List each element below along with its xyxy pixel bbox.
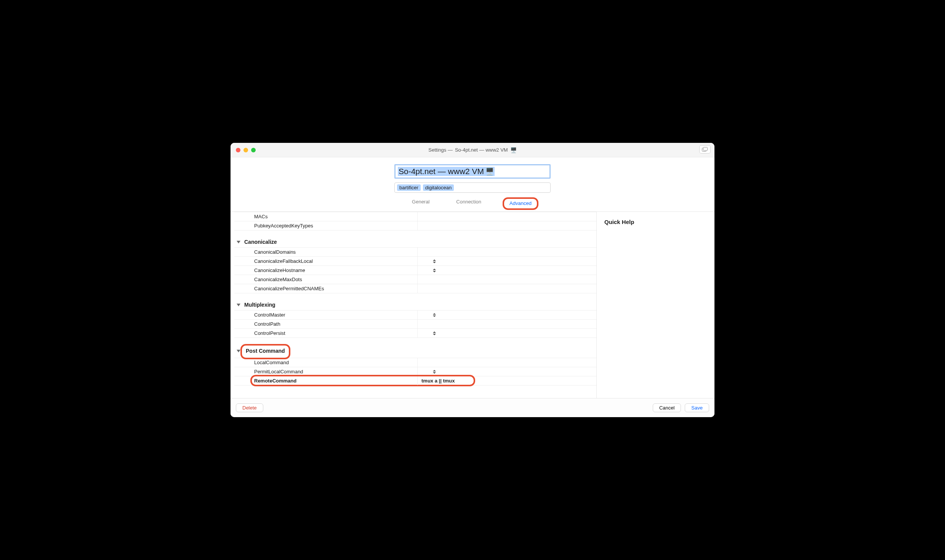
section-post-command: Post Command LocalCommand PermitLocalCom… xyxy=(234,346,596,386)
row-val[interactable] xyxy=(417,221,596,230)
save-button[interactable]: Save xyxy=(685,403,709,412)
disclosure-triangle-icon[interactable] xyxy=(237,241,240,243)
row-canonicalizehostname[interactable]: CanonicalizeHostname xyxy=(234,266,596,275)
window-title-prefix: Settings — xyxy=(428,147,453,153)
row-val[interactable] xyxy=(417,212,596,221)
row-val[interactable] xyxy=(417,275,596,284)
row-val[interactable] xyxy=(417,320,596,328)
row-macs[interactable]: MACs xyxy=(234,212,596,221)
svg-rect-1 xyxy=(703,147,708,150)
stepper-icon[interactable] xyxy=(433,312,437,318)
section-title: Canonicalize xyxy=(244,239,277,245)
stepper-icon[interactable] xyxy=(433,369,437,374)
row-val[interactable] xyxy=(417,358,596,367)
row-remotecommand[interactable]: RemoteCommand tmux a || tmux xyxy=(234,376,596,386)
row-key: PubkeyAcceptedKeyTypes xyxy=(234,223,417,229)
row-val[interactable] xyxy=(417,248,596,256)
row-key: RemoteCommand xyxy=(234,378,417,384)
row-canonicalizepermittedcnames[interactable]: CanonicalizePermittedCNAMEs xyxy=(234,284,596,293)
row-controlmaster[interactable]: ControlMaster xyxy=(234,310,596,320)
window-controls xyxy=(236,148,256,152)
window-title: Settings — So-4pt.net — www2 VM 🖥️ xyxy=(231,147,714,153)
profile-name-input[interactable]: So-4pt.net — www2 VM 🖥️ xyxy=(394,164,551,179)
highlight-advanced-tab: Advanced xyxy=(503,197,538,210)
tab-advanced[interactable]: Advanced xyxy=(509,200,532,206)
row-canonicalizefallbacklocal[interactable]: CanonicalizeFallbackLocal xyxy=(234,257,596,266)
row-val[interactable] xyxy=(417,284,596,293)
row-canonicaldomains[interactable]: CanonicalDomains xyxy=(234,248,596,257)
settings-window: Settings — So-4pt.net — www2 VM 🖥️ So-4p… xyxy=(231,143,714,417)
row-controlpath[interactable]: ControlPath xyxy=(234,320,596,329)
row-val[interactable] xyxy=(417,257,596,266)
highlight-post-command: Post Command xyxy=(240,344,290,359)
section-multiplexing: Multiplexing ControlMaster ControlPath C… xyxy=(234,302,596,338)
tab-overview-button[interactable] xyxy=(699,145,711,154)
tag-digitalocean[interactable]: digitalocean xyxy=(423,184,454,191)
disclosure-triangle-icon[interactable] xyxy=(237,350,240,352)
monitor-icon: 🖥️ xyxy=(485,168,494,175)
minimize-window-button[interactable] xyxy=(243,148,248,152)
row-permitlocalcommand[interactable]: PermitLocalCommand xyxy=(234,367,596,376)
tab-connection[interactable]: Connection xyxy=(456,199,481,208)
titlebar: Settings — So-4pt.net — www2 VM 🖥️ xyxy=(231,143,714,157)
zoom-window-button[interactable] xyxy=(251,148,256,152)
quick-help-panel: Quick Help xyxy=(596,212,714,398)
row-key: ControlMaster xyxy=(234,312,417,318)
row-key: LocalCommand xyxy=(234,360,417,365)
row-key: ControlPersist xyxy=(234,330,417,336)
footer: Delete Cancel Save xyxy=(231,398,714,417)
row-pubkeyacceptedkeytypes[interactable]: PubkeyAcceptedKeyTypes xyxy=(234,221,596,230)
row-controlpersist[interactable]: ControlPersist xyxy=(234,329,596,338)
window-title-name: So-4pt.net — www2 VM xyxy=(455,147,508,153)
profile-name-value: So-4pt.net — www2 VM xyxy=(399,167,484,176)
delete-button[interactable]: Delete xyxy=(236,403,263,412)
tag-bartificer[interactable]: bartificer xyxy=(397,184,421,191)
section-title: Post Command xyxy=(246,348,285,354)
row-val[interactable] xyxy=(417,329,596,338)
section-title: Multiplexing xyxy=(244,302,275,308)
cancel-button[interactable]: Cancel xyxy=(653,403,681,412)
row-key: CanonicalizePermittedCNAMEs xyxy=(234,286,417,291)
body: MACs PubkeyAcceptedKeyTypes Canonicalize… xyxy=(231,212,714,398)
row-key: CanonicalizeMaxDots xyxy=(234,277,417,282)
row-val[interactable]: tmux a || tmux xyxy=(417,376,596,385)
settings-scroll[interactable]: MACs PubkeyAcceptedKeyTypes Canonicalize… xyxy=(231,212,596,398)
row-key: MACs xyxy=(234,214,417,219)
section-canonicalize: Canonicalize CanonicalDomains Canonicali… xyxy=(234,239,596,293)
row-val[interactable] xyxy=(417,266,596,275)
quick-help-title: Quick Help xyxy=(604,219,707,225)
row-val[interactable] xyxy=(417,367,596,376)
tab-general[interactable]: General xyxy=(412,199,429,208)
row-key: PermitLocalCommand xyxy=(234,369,417,374)
header-area: So-4pt.net — www2 VM 🖥️ bartificer digit… xyxy=(231,157,714,212)
tab-bar: General Connection Advanced xyxy=(412,199,533,211)
monitor-icon: 🖥️ xyxy=(510,147,517,153)
row-key: CanonicalDomains xyxy=(234,249,417,255)
row-key: CanonicalizeHostname xyxy=(234,267,417,273)
row-localcommand[interactable]: LocalCommand xyxy=(234,358,596,367)
stepper-icon[interactable] xyxy=(433,331,437,336)
remotecommand-value: tmux a || tmux xyxy=(421,378,455,384)
row-canonicalizemaxdots[interactable]: CanonicalizeMaxDots xyxy=(234,275,596,284)
row-key: ControlPath xyxy=(234,321,417,327)
tags-input[interactable]: bartificer digitalocean xyxy=(394,182,551,193)
close-window-button[interactable] xyxy=(236,148,240,152)
row-val[interactable] xyxy=(417,310,596,319)
row-key: CanonicalizeFallbackLocal xyxy=(234,258,417,264)
stepper-icon[interactable] xyxy=(433,259,437,264)
stepper-icon[interactable] xyxy=(433,268,437,273)
disclosure-triangle-icon[interactable] xyxy=(237,304,240,306)
